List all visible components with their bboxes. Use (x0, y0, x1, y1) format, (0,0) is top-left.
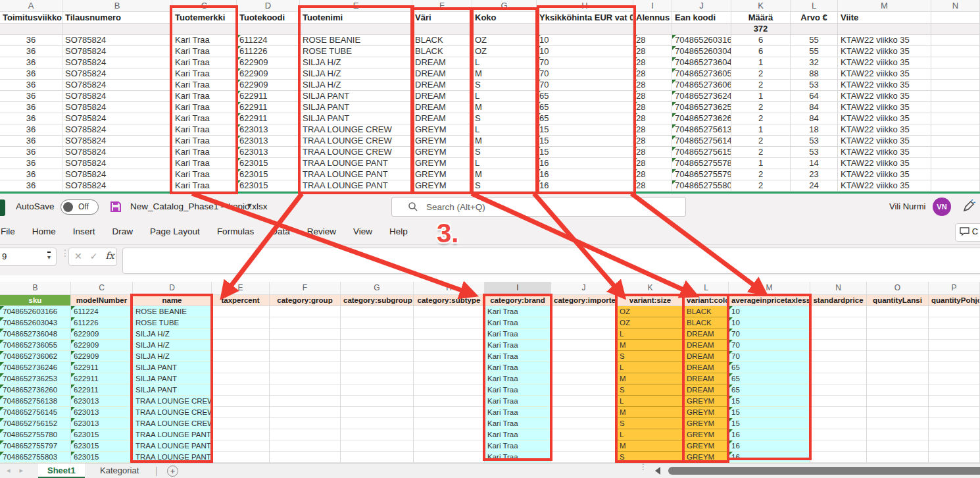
table-cell[interactable]: 28 (633, 68, 672, 80)
column-letter-cell[interactable]: P (929, 282, 980, 295)
table-cell[interactable]: 36 (0, 158, 62, 169)
subtotal-cell[interactable] (931, 24, 980, 35)
table-cell[interactable]: 623015 (71, 429, 133, 440)
table-cell[interactable]: 7048652736253 (672, 102, 731, 113)
table-cell[interactable]: 2 (731, 136, 791, 147)
table-cell[interactable]: 36 (0, 35, 62, 46)
table-cell[interactable]: Kari Traa (172, 46, 237, 57)
table-cell[interactable]: Kari Traa (485, 317, 551, 329)
table-cell[interactable]: KTAW22 viikko 35 (838, 91, 931, 102)
table-cell[interactable] (270, 329, 341, 340)
table-cell[interactable]: 36 (0, 68, 62, 80)
table-cell[interactable]: 1 (731, 124, 791, 136)
table-cell[interactable] (810, 373, 867, 385)
subtotal-cell[interactable] (237, 24, 300, 35)
insert-function-icon[interactable]: fx (105, 250, 114, 263)
table-cell[interactable]: 7048652736055 (0, 340, 71, 351)
table-cell[interactable]: SO785824 (62, 91, 172, 102)
table-cell[interactable] (270, 429, 341, 440)
table-cell[interactable]: 7048652736048 (0, 329, 71, 340)
workbook-title-chevron-icon[interactable]: ▼ (246, 201, 253, 209)
table-cell[interactable] (931, 80, 980, 91)
table-cell[interactable] (270, 418, 341, 429)
subtotal-cell[interactable] (172, 24, 237, 35)
table-cell[interactable]: 2 (731, 180, 791, 192)
table-cell[interactable]: Kari Traa (485, 329, 551, 340)
table-cell[interactable] (212, 440, 270, 452)
menu-tab-page-layout[interactable]: Page Layout (141, 221, 208, 242)
header-cell[interactable]: category:subgroup (341, 295, 414, 306)
table-cell[interactable]: L (472, 158, 537, 169)
table-cell[interactable] (931, 113, 980, 124)
table-cell[interactable] (414, 340, 485, 351)
header-cell[interactable]: category:brand (485, 295, 551, 306)
table-cell[interactable]: TRAA LOUNGE PANT (300, 169, 412, 180)
table-cell[interactable] (414, 452, 485, 463)
table-cell[interactable]: 622911 (71, 373, 133, 385)
table-cell[interactable]: SILJA PANT (133, 373, 212, 385)
table-cell[interactable] (414, 418, 485, 429)
table-cell[interactable]: 622911 (237, 91, 300, 102)
menu-tab-draw[interactable]: Draw (104, 221, 142, 242)
table-cell[interactable]: 64 (791, 91, 838, 102)
column-letter-cell[interactable]: G (341, 282, 414, 295)
table-cell[interactable]: KTAW22 viikko 35 (838, 113, 931, 124)
table-cell[interactable]: SILJA PANT (133, 385, 212, 396)
table-cell[interactable] (341, 329, 414, 340)
table-cell[interactable]: GREYM (684, 396, 729, 407)
subtotal-cell[interactable] (62, 24, 172, 35)
menu-tab-review[interactable]: Review (299, 221, 345, 242)
table-cell[interactable] (929, 396, 980, 407)
table-cell[interactable]: KTAW22 viikko 35 (838, 169, 931, 180)
table-cell[interactable] (212, 362, 270, 373)
table-cell[interactable]: 16 (537, 180, 633, 192)
table-cell[interactable]: 7048652755803 (0, 452, 71, 463)
save-icon[interactable] (109, 200, 122, 216)
excel-app-icon[interactable] (0, 199, 5, 216)
table-cell[interactable] (929, 362, 980, 373)
table-cell[interactable]: 53 (791, 136, 838, 147)
table-cell[interactable]: Kari Traa (172, 136, 237, 147)
table-cell[interactable]: 10 (729, 306, 810, 317)
table-cell[interactable]: L (617, 429, 684, 440)
table-cell[interactable]: 7048652603043 (0, 317, 71, 329)
table-cell[interactable]: SILJA PANT (300, 102, 412, 113)
table-cell[interactable] (810, 452, 867, 463)
table-cell[interactable] (212, 418, 270, 429)
table-cell[interactable]: TRAA LOUNGE PANT (133, 440, 212, 452)
table-cell[interactable]: KTAW22 viikko 35 (838, 102, 931, 113)
table-cell[interactable]: KTAW22 viikko 35 (838, 124, 931, 136)
header-cell[interactable]: modelNumber (71, 295, 133, 306)
table-cell[interactable] (270, 373, 341, 385)
table-cell[interactable] (551, 373, 617, 385)
subtotal-cell[interactable] (537, 24, 633, 35)
table-cell[interactable]: 15 (537, 147, 633, 158)
table-cell[interactable]: 623015 (237, 169, 300, 180)
table-cell[interactable]: 55 (791, 46, 838, 57)
table-cell[interactable]: SO785824 (62, 102, 172, 113)
cancel-entry-icon[interactable]: ✕ (74, 251, 82, 263)
table-cell[interactable]: SILJA H/Z (300, 80, 412, 91)
table-cell[interactable]: 7048652755797 (672, 169, 731, 180)
table-cell[interactable]: 7048652755803 (672, 180, 731, 192)
formula-input[interactable] (122, 248, 980, 274)
table-cell[interactable]: SO785824 (62, 80, 172, 91)
table-cell[interactable] (270, 362, 341, 373)
table-cell[interactable]: 24 (791, 180, 838, 192)
table-cell[interactable]: 7048652603166 (0, 306, 71, 317)
table-cell[interactable] (867, 340, 929, 351)
menu-tab-view[interactable]: View (345, 221, 381, 242)
table-cell[interactable]: 622911 (71, 362, 133, 373)
table-cell[interactable]: 15 (729, 407, 810, 418)
table-cell[interactable] (551, 317, 617, 329)
table-cell[interactable] (929, 407, 980, 418)
table-cell[interactable]: 1 (731, 158, 791, 169)
table-cell[interactable]: DREAM (684, 373, 729, 385)
table-cell[interactable] (810, 306, 867, 317)
table-cell[interactable]: 7048652756145 (0, 407, 71, 418)
table-cell[interactable] (931, 147, 980, 158)
column-letter-cell[interactable]: L (791, 0, 838, 12)
table-cell[interactable] (929, 385, 980, 396)
table-cell[interactable] (212, 407, 270, 418)
table-cell[interactable]: Kari Traa (172, 91, 237, 102)
